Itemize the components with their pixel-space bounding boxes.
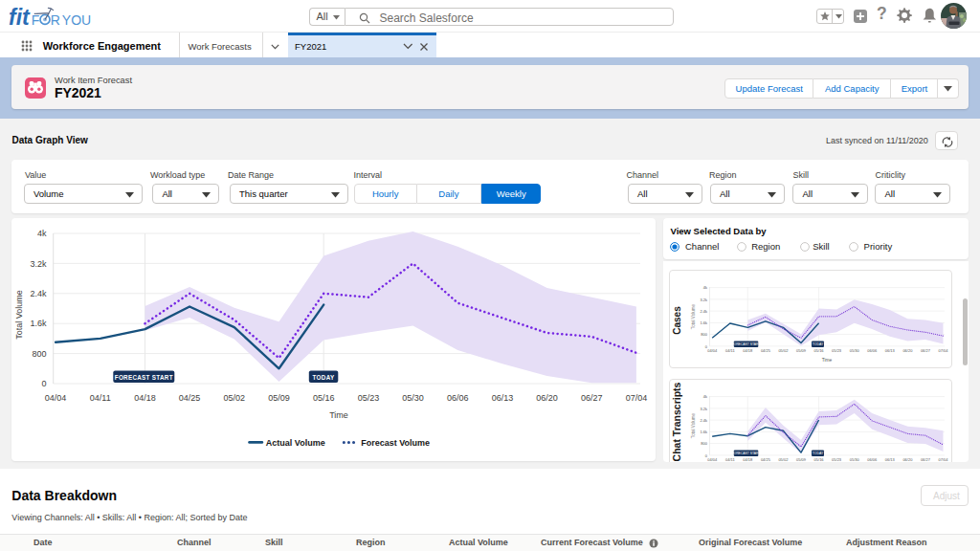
svg-text:YOU: YOU [62,12,91,28]
svg-text:2.4k: 2.4k [700,308,707,313]
svg-text:800: 800 [701,332,707,337]
svg-text:06/13: 06/13 [491,393,513,403]
svg-text:06/13: 06/13 [885,348,896,353]
svg-text:05/23: 05/23 [832,457,842,462]
svg-text:4k: 4k [703,394,707,399]
svg-text:06/20: 06/20 [902,348,913,353]
svg-text:05/30: 05/30 [850,457,860,462]
svg-text:06/27: 06/27 [921,348,931,353]
svg-text:04/25: 04/25 [761,348,771,353]
svg-text:04/18: 04/18 [134,393,156,403]
svg-text:Forecast Volume: Forecast Volume [361,438,430,448]
svg-text:1.6k: 1.6k [30,319,47,328]
svg-text:Time: Time [822,358,833,363]
svg-text:04/25: 04/25 [179,393,201,403]
svg-text:04/11: 04/11 [725,457,735,462]
svg-text:05/30: 05/30 [402,393,424,403]
svg-text:05/09: 05/09 [796,348,807,353]
svg-text:04/18: 04/18 [743,348,753,353]
svg-text:06/20: 06/20 [902,457,913,462]
svg-text:07/04: 07/04 [938,457,948,462]
svg-text:05/16: 05/16 [814,457,825,462]
svg-text:06/06: 06/06 [867,348,878,353]
svg-text:05/23: 05/23 [832,348,842,353]
svg-text:Cases: Cases [672,305,682,334]
svg-text:06/13: 06/13 [885,457,896,462]
svg-text:TODAY: TODAY [813,342,824,346]
svg-text:04/25: 04/25 [761,457,771,462]
svg-text:Time: Time [329,410,348,420]
svg-text:05/09: 05/09 [268,393,290,403]
svg-text:Actual Volume: Actual Volume [265,438,324,448]
svg-text:3.2k: 3.2k [30,259,47,269]
svg-text:4k: 4k [703,285,707,290]
svg-text:1.6k: 1.6k [700,320,707,325]
svg-text:Total Volume: Total Volume [691,412,696,438]
svg-text:05/16: 05/16 [313,393,335,403]
svg-text:04/11: 04/11 [725,348,735,353]
svg-text:TODAY: TODAY [312,374,334,381]
svg-text:04/18: 04/18 [743,457,753,462]
svg-text:05/23: 05/23 [357,393,379,403]
svg-text:4k: 4k [37,229,47,238]
svg-text:fit: fit [9,5,31,29]
svg-text:05/30: 05/30 [850,348,860,353]
svg-text:1.6k: 1.6k [700,430,707,434]
svg-text:TODAY: TODAY [813,452,824,455]
svg-text:05/02: 05/02 [778,348,789,353]
svg-text:Total Volume: Total Volume [14,290,24,340]
svg-text:07/04: 07/04 [938,348,948,353]
svg-text:04/04: 04/04 [45,393,67,403]
svg-text:06/20: 06/20 [536,393,558,403]
svg-text:05/16: 05/16 [814,348,825,353]
svg-text:06/06: 06/06 [867,457,878,462]
svg-text:04/04: 04/04 [707,348,718,353]
svg-text:0: 0 [41,379,46,388]
svg-text:3.2k: 3.2k [700,297,707,301]
svg-text:07/04: 07/04 [625,393,647,403]
svg-text:06/27: 06/27 [921,457,931,462]
svg-text:FORECAST START: FORECAST START [731,452,760,455]
svg-text:FORECAST START: FORECAST START [731,342,760,346]
svg-text:05/02: 05/02 [223,393,245,403]
svg-text:FORECAST START: FORECAST START [114,374,172,381]
svg-text:Total Volume: Total Volume [691,303,696,329]
svg-text:800: 800 [701,441,707,446]
svg-text:06/27: 06/27 [581,393,603,403]
svg-text:Chat Transcripts: Chat Transcripts [671,382,682,461]
svg-text:05/09: 05/09 [796,457,807,462]
svg-text:04/04: 04/04 [707,457,718,462]
svg-text:R: R [51,12,60,28]
svg-text:3.2k: 3.2k [700,407,707,411]
svg-text:2.4k: 2.4k [700,418,707,423]
svg-text:F: F [32,12,40,28]
svg-text:05/02: 05/02 [778,457,789,462]
svg-text:800: 800 [32,349,46,359]
svg-text:04/11: 04/11 [90,393,111,403]
svg-text:2.4k: 2.4k [30,289,47,298]
svg-text:06/06: 06/06 [447,393,469,403]
